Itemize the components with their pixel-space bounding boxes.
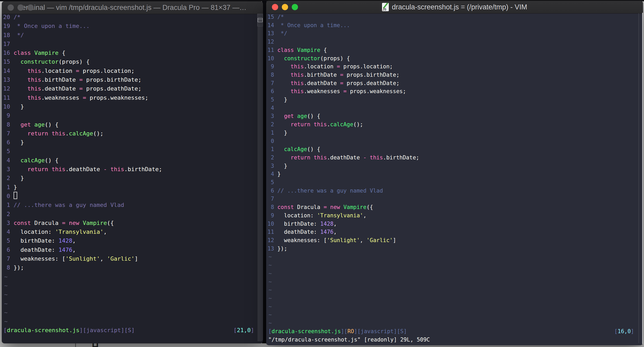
empty-line-tilde: ~	[266, 270, 637, 278]
line-number: 1	[267, 129, 274, 137]
empty-line-tilde: ~	[266, 261, 637, 270]
window-right-edge	[642, 13, 643, 344]
line-number: 3	[3, 219, 10, 228]
code-line: 6 deathDate: 1476,	[2, 246, 257, 254]
window-title: JS dracula-screenshot.js = (/private/tmp…	[266, 3, 643, 11]
code-line: 1 calcAge() {	[266, 145, 637, 154]
vim-cmdline-right: "/tmp/dracula-screenshot.js" [readonly] …	[266, 336, 637, 344]
line-number: 6	[267, 187, 274, 195]
code-line: 1// ...there was a guy named Vlad	[2, 201, 257, 210]
line-number: 2	[3, 210, 10, 219]
code-line: 4}	[266, 170, 637, 178]
line-number: 7	[3, 254, 10, 263]
terminal-titlebar[interactable]: Terminal — vim /tmp/dracula-screenshot.j…	[2, 1, 263, 14]
code-line: 12	[266, 38, 637, 46]
line-number: 11	[267, 228, 274, 236]
minimize-button[interactable]	[17, 4, 24, 11]
code-line: 14 * Once upon a time...	[266, 21, 637, 30]
scrollbar-divider	[639, 13, 639, 343]
empty-line-tilde: ~	[2, 290, 257, 299]
line-number: 20	[3, 13, 10, 22]
split-pane-button[interactable]	[257, 14, 263, 26]
line-number: 1	[267, 145, 274, 154]
line-number: 10	[267, 55, 274, 63]
macvim-window[interactable]: JS dracula-screenshot.js = (/private/tmp…	[266, 1, 643, 345]
code-line: 6// ...there was a guy named Vlad	[266, 187, 637, 195]
vim-statusline-left: [dracula-screenshot.js][javascript][S] […	[2, 326, 257, 335]
line-number: 11	[3, 93, 10, 102]
code-line: 7	[266, 195, 637, 203]
code-line: 10 constructor(props) {	[266, 55, 637, 63]
zoom-button[interactable]	[27, 4, 34, 11]
code-line: 15/*	[266, 13, 637, 21]
code-line: 11 deathDate: 1476,	[266, 228, 637, 236]
line-number: 6	[3, 138, 10, 147]
line-number: 16	[3, 49, 10, 57]
empty-line-tilde: ~	[2, 308, 257, 317]
line-number: 12	[267, 38, 274, 46]
line-number: 10	[3, 102, 10, 111]
terminal-window[interactable]: Terminal — vim /tmp/dracula-screenshot.j…	[2, 1, 263, 343]
line-number: 4	[267, 170, 274, 178]
code-line: 13});	[266, 245, 637, 253]
vim-buffer-left[interactable]: 20/*19 * Once upon a time...18 */1716cla…	[2, 13, 257, 326]
line-number: 9	[3, 111, 10, 120]
line-number: 7	[267, 79, 274, 88]
macvim-titlebar[interactable]: JS dracula-screenshot.js = (/private/tmp…	[266, 1, 643, 14]
empty-line-tilde: ~	[266, 294, 637, 303]
code-line: 16class Vampire {	[2, 49, 257, 57]
close-button[interactable]	[8, 4, 14, 11]
code-line: 0	[266, 137, 637, 146]
code-line: 11class Vampire {	[266, 46, 637, 55]
code-line: 3const Dracula = new Vampire({	[2, 219, 257, 228]
line-number: 8	[3, 120, 10, 129]
vim-statusline-right: [dracula-screenshot.js][RO][javascript][…	[266, 327, 637, 336]
zoom-button[interactable]	[292, 4, 298, 10]
code-line: 12 this.deathDate = props.deathDate;	[2, 84, 257, 93]
line-number: 8	[267, 71, 274, 79]
code-line: 9 location: 'Transylvania',	[266, 212, 637, 220]
vim-buffer-right[interactable]: 15/*14 * Once upon a time...13 */1211cla…	[266, 13, 637, 327]
line-number: 5	[267, 178, 274, 187]
statusline-file-info: [dracula-screenshot.js][javascript][S]	[3, 326, 135, 335]
line-number: 14	[267, 21, 274, 30]
code-line: 13 this.birthDate = props.birthDate;	[2, 75, 257, 84]
code-line: 13 */	[266, 29, 637, 38]
code-line: 4	[266, 104, 637, 112]
statusline-cursor-position: [16,0]	[614, 327, 634, 336]
code-line: 17	[2, 40, 257, 49]
empty-line-tilde: ~	[266, 253, 637, 261]
line-number: 13	[267, 245, 274, 253]
line-number: 4	[3, 228, 10, 236]
line-number: 3	[3, 165, 10, 174]
line-number: 4	[267, 104, 274, 112]
line-number: 2	[3, 174, 10, 183]
code-line: 4 calcAge() {	[2, 156, 257, 165]
line-number: 12	[3, 84, 10, 93]
statusline-file-info: [dracula-screenshot.js][RO][javascript][…	[268, 327, 407, 336]
code-line: 19 * Once upon a time...	[2, 22, 257, 31]
line-number: 10	[267, 220, 274, 228]
code-line: 5 }	[266, 96, 637, 104]
line-number: 5	[3, 147, 10, 156]
code-line: 10 birthDate: 1428,	[266, 220, 637, 228]
background-window-divider	[75, 343, 76, 347]
line-number: 6	[267, 87, 274, 96]
line-number: 7	[267, 195, 274, 203]
window-title-text: dracula-screenshot.js = (/private/tmp) -…	[392, 3, 527, 11]
statusline-cursor-position: [21,0]	[234, 326, 254, 335]
code-line: 1}	[2, 183, 257, 192]
window-controls	[272, 4, 298, 10]
code-line: 20/*	[2, 13, 257, 22]
close-button[interactable]	[272, 4, 278, 10]
window-controls	[8, 4, 34, 11]
line-number: 12	[267, 236, 274, 245]
line-number: 9	[267, 212, 274, 220]
code-line: 10 }	[2, 102, 257, 111]
empty-line-tilde: ~	[266, 278, 637, 286]
terminal-scrollbar[interactable]	[257, 14, 263, 341]
code-line: 7 weaknesses: ['Sunlight', 'Garlic']	[2, 254, 257, 263]
code-line: 2 return this.calcAge();	[266, 121, 637, 129]
line-number: 0	[3, 192, 10, 201]
minimize-button[interactable]	[282, 4, 288, 10]
